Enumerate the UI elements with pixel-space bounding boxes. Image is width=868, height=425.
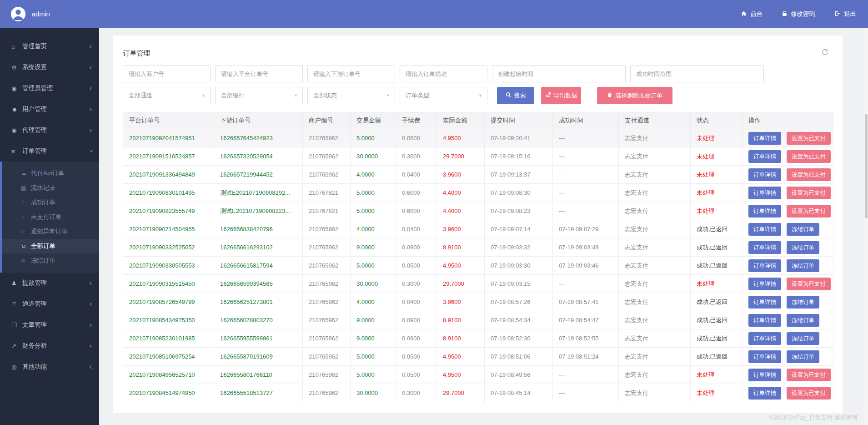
finance-chart-icon: ↗ (11, 343, 22, 349)
sidebar-item-user-management[interactable]: ☻用户管理‹ (0, 99, 99, 120)
status-badge: 成功,已返回 (691, 311, 743, 329)
orders-table: 平台订单号下游订单号商户编号交易金额手续费实际金额提交时间成功时间支付通道状态操… (123, 112, 833, 402)
vertical-scrollbar[interactable] (864, 28, 868, 425)
sidebar-item-admin-management[interactable]: ◉管理员管理‹ (0, 78, 99, 99)
submit-time: 07-19 09:03:30 (485, 257, 553, 275)
sidebar-item-other-functions[interactable]: ◎其他功能‹ (0, 356, 99, 377)
refresh-icon[interactable] (821, 48, 829, 58)
sidebar-item-order-management[interactable]: ≡订单管理‹ (0, 141, 99, 162)
set-paid-button[interactable]: 设置为已支付 (787, 150, 831, 163)
submenu-item-notify-abnormal-orders[interactable]: ☞通知异常订单 (2, 224, 99, 239)
set-paid-button[interactable]: 设置为已支付 (787, 132, 831, 145)
topnav-frontend[interactable]: 前台 (741, 10, 763, 18)
freeze-order-button[interactable]: 冻结订单 (787, 350, 819, 363)
create-start-time-input[interactable] (492, 65, 626, 82)
column-header: 状态 (691, 112, 743, 129)
freeze-order-button[interactable]: 冻结订单 (787, 223, 819, 236)
fee: 0.0500 (396, 348, 437, 366)
topnav-change-password[interactable]: 修改密码 (782, 10, 815, 18)
order-detail-button[interactable]: 订单详情 (748, 241, 781, 254)
status-badge: 成功,已返回 (691, 238, 743, 257)
search-button[interactable]: 搜索 (497, 87, 534, 104)
success-time-range-input[interactable] (630, 65, 764, 82)
downstream-order-no: 1626656251273801 (214, 293, 303, 311)
downstream-order-no: 1626656599394565 (214, 275, 303, 293)
order-detail-button[interactable]: 订单详情 (748, 132, 781, 145)
order-detail-button[interactable]: 订单详情 (748, 314, 781, 327)
sidebar-item-system-settings[interactable]: ⚙系统设置‹ (0, 57, 99, 78)
freeze-order-button[interactable]: 冻结订单 (787, 259, 819, 272)
order-detail-button[interactable]: 订单详情 (748, 150, 781, 163)
filter-selects-row: 全部通道▼全部银行▼全部状态▼订单类型▼ 搜索 导出数据 选择删除无效订单 (123, 87, 833, 104)
success-time: 07-19 08:54:47 (553, 311, 619, 329)
payment-channel: 志宏支付 (619, 257, 691, 275)
topnav-logout[interactable]: 退出 (834, 10, 856, 18)
column-header: 支付通道 (619, 112, 691, 129)
order-detail-button[interactable]: 订单详情 (748, 369, 781, 381)
platform-order-no-input[interactable] (215, 65, 303, 82)
set-paid-button[interactable]: 设置为已支付 (787, 187, 831, 199)
set-paid-button[interactable]: 设置为已支付 (787, 387, 831, 400)
set-paid-button[interactable]: 设置为已支付 (787, 278, 831, 290)
order-detail-button[interactable]: 订单详情 (748, 205, 781, 218)
submit-time: 07-19 08:51:06 (485, 348, 553, 366)
submenu-item-all-orders[interactable]: ☺全部订单 (2, 239, 99, 253)
row-actions: 订单详情冻结订单 (743, 238, 833, 257)
table-row: 2021071909033050555316266566158175942107… (123, 257, 833, 275)
column-header: 提交时间 (485, 112, 553, 129)
downstream-order-no-input[interactable] (307, 65, 395, 82)
transaction-amount: 4.0000 (351, 293, 396, 311)
submit-time: 07-19 09:07:14 (485, 220, 553, 238)
platform-order-no: 20210719090332525052 (123, 238, 214, 257)
column-header: 实际金额 (437, 112, 485, 129)
submenu-item-frozen-orders[interactable]: ❄冻结订单 (2, 253, 99, 268)
sidebar-item-finance-analysis[interactable]: ↗财务分析‹ (0, 335, 99, 356)
success-time: 07-19 08:52:55 (553, 329, 619, 348)
submenu-item-unpaid-orders[interactable]: ☟未支付订单 (2, 210, 99, 224)
downstream-order-no: 1626655870191609 (214, 348, 303, 366)
set-paid-button[interactable]: 设置为已支付 (787, 168, 831, 181)
order-detail-button[interactable]: 订单详情 (748, 223, 781, 236)
avatar[interactable] (10, 6, 26, 22)
order-detail-button[interactable]: 订单详情 (748, 296, 781, 309)
chevron-left-icon: ‹ (90, 106, 92, 113)
order-type-select[interactable]: 订单类型▼ (400, 87, 487, 104)
bank-select[interactable]: 全部银行▼ (215, 87, 303, 104)
merchant-no-input[interactable] (123, 65, 211, 82)
order-detail-button[interactable]: 订单详情 (748, 168, 781, 181)
delete-invalid-orders-button[interactable]: 选择删除无效订单 (597, 87, 672, 104)
freeze-order-button[interactable]: 冻结订单 (787, 296, 819, 309)
success-time: --- (553, 129, 619, 147)
channel-select[interactable]: 全部通道▼ (123, 87, 211, 104)
sidebar-item-agent-management[interactable]: ◉代理管理‹ (0, 120, 99, 141)
freeze-order-button[interactable]: 冻结订单 (787, 314, 819, 327)
actual-amount: 29.7000 (437, 275, 485, 293)
submenu-item-transaction-records[interactable]: ▤流水记录 (2, 181, 99, 195)
sidebar-item-dashboard[interactable]: ⌂管理首页‹ (0, 36, 99, 57)
payment-channel: 志宏支付 (619, 366, 691, 384)
sidebar-item-article-management[interactable]: ❒文章管理‹ (0, 314, 99, 335)
freeze-order-button[interactable]: 冻结订单 (787, 332, 819, 345)
order-detail-button[interactable]: 订单详情 (748, 332, 781, 345)
other-icon: ◎ (11, 364, 22, 370)
order-detail-button[interactable]: 订单详情 (748, 187, 781, 199)
export-data-button[interactable]: 导出数据 (541, 87, 581, 104)
freeze-order-button[interactable]: 冻结订单 (787, 241, 819, 254)
sidebar-item-withdraw-management[interactable]: ♟提款管理‹ (0, 273, 99, 293)
order-submenu: ☁代付Api订单▤流水记录☝成功订单☟未支付订单☞通知异常订单☺全部订单❄冻结订… (0, 162, 99, 273)
status-select[interactable]: 全部状态▼ (307, 87, 395, 104)
order-detail-button[interactable]: 订单详情 (748, 387, 781, 400)
set-paid-button[interactable]: 设置为已支付 (787, 369, 831, 381)
downstream-order-no: 1626657320529054 (214, 147, 303, 166)
order-detail-button[interactable]: 订单详情 (748, 350, 781, 363)
sidebar-item-channel-management[interactable]: ♖通道管理‹ (0, 293, 99, 314)
order-detail-button[interactable]: 订单详情 (748, 259, 781, 272)
order-detail-button[interactable]: 订单详情 (748, 278, 781, 290)
submenu-item-api-payout-orders[interactable]: ☁代付Api订单 (2, 166, 99, 181)
column-header: 交易金额 (351, 112, 396, 129)
submenu-item-success-orders[interactable]: ☝成功订单 (2, 195, 99, 210)
order-desc-input[interactable] (400, 65, 487, 82)
downstream-order-no: 1626656615817594 (214, 257, 303, 275)
set-paid-button[interactable]: 设置为已支付 (787, 205, 831, 218)
scrollbar-thumb[interactable] (865, 114, 868, 218)
